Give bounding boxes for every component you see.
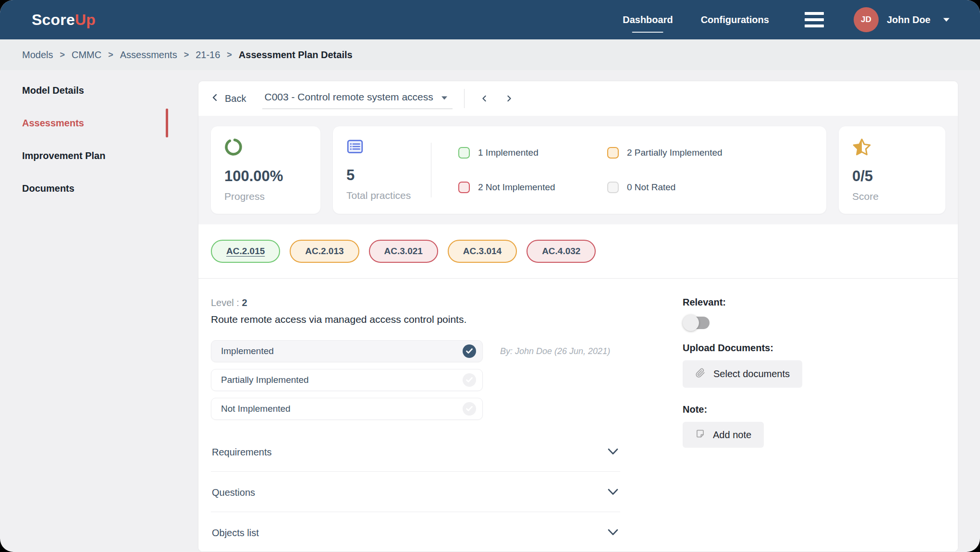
check-icon bbox=[463, 344, 476, 358]
back-label: Back bbox=[225, 93, 246, 104]
status-meta: By: John Doe (26 Jun, 2021) bbox=[500, 346, 610, 356]
dropdown-caret-icon bbox=[441, 91, 448, 103]
relevant-toggle[interactable] bbox=[683, 315, 710, 331]
practice-pagination bbox=[479, 92, 514, 105]
select-documents-label: Select documents bbox=[713, 368, 790, 380]
note-section: Note: Add note bbox=[683, 404, 802, 448]
nav-configurations[interactable]: Configurations bbox=[701, 14, 769, 25]
breadcrumb-current: Assessment Plan Details bbox=[239, 49, 353, 61]
status-option-wrap: Partially Implemented bbox=[211, 369, 649, 391]
prev-chevron-icon[interactable] bbox=[479, 92, 490, 105]
practices-list-icon bbox=[346, 138, 431, 157]
breadcrumb-assessments[interactable]: Assessments bbox=[120, 49, 177, 61]
detail-accordions: Requirements Questions Obj bbox=[211, 447, 620, 552]
app-window: ScoreUp Dashboard Configurations JD John… bbox=[0, 0, 980, 552]
check-icon bbox=[463, 402, 476, 416]
breadcrumb-assessment-id[interactable]: 21-16 bbox=[196, 49, 220, 61]
progress-card: 100.00% Progress bbox=[211, 126, 320, 214]
status-legend: 1 Implemented 2 Partially Implemented 2 … bbox=[431, 138, 813, 202]
accordion-questions[interactable]: Questions bbox=[211, 487, 620, 512]
practice-details-left: Level : 2 Route remote access via manage… bbox=[211, 297, 649, 552]
breadcrumb-separator: > bbox=[108, 50, 113, 60]
star-half-icon bbox=[852, 138, 932, 158]
chevron-down-icon bbox=[608, 489, 618, 497]
user-menu[interactable]: JD John Doe bbox=[854, 7, 950, 32]
level-line: Level : 2 bbox=[211, 297, 649, 308]
accordion-requirements[interactable]: Requirements bbox=[211, 447, 620, 472]
note-label: Note: bbox=[683, 404, 802, 415]
progress-label: Progress bbox=[224, 191, 307, 202]
toggle-knob bbox=[683, 315, 699, 331]
status-options: Implemented By: John Doe (26 Jun, 2021) … bbox=[211, 340, 649, 420]
not-rated-swatch-icon bbox=[607, 182, 619, 193]
chevron-down-icon bbox=[608, 448, 618, 457]
paperclip-icon bbox=[695, 367, 706, 381]
chevron-down-icon bbox=[608, 529, 618, 538]
practice-selector-value: C003 - Control remote system access bbox=[264, 91, 433, 103]
progress-ring-icon bbox=[224, 138, 307, 158]
practice-details: Level : 2 Route remote access via manage… bbox=[198, 279, 958, 552]
score-label: Score bbox=[852, 191, 932, 202]
chip-ac-2-015[interactable]: AC.2.015 bbox=[211, 240, 280, 263]
practice-details-right: Relevant: Upload Documents: Select docum… bbox=[683, 297, 802, 552]
total-practices-value: 5 bbox=[346, 167, 431, 184]
sidebar-item-assessments[interactable]: Assessments bbox=[0, 107, 198, 139]
header-nav: Dashboard Configurations bbox=[623, 14, 769, 25]
sidebar-item-improvement-plan[interactable]: Improvement Plan bbox=[0, 139, 198, 172]
user-caret-icon bbox=[943, 17, 950, 23]
app-logo[interactable]: ScoreUp bbox=[32, 11, 96, 29]
practice-toolbar: Back C003 - Control remote system access bbox=[198, 81, 958, 116]
sidebar: Model Details Assessments Improvement Pl… bbox=[0, 70, 198, 552]
check-icon bbox=[463, 373, 476, 387]
progress-value: 100.00% bbox=[224, 168, 307, 185]
total-practices-label: Total practices bbox=[346, 190, 431, 201]
status-option-not-implemented[interactable]: Not Implemented bbox=[211, 398, 483, 420]
chip-ac-3-021[interactable]: AC.3.021 bbox=[369, 240, 438, 263]
hamburger-icon[interactable] bbox=[803, 10, 826, 29]
practice-selector[interactable]: C003 - Control remote system access bbox=[262, 88, 452, 109]
next-chevron-icon[interactable] bbox=[503, 92, 514, 105]
content-area: Model Details Assessments Improvement Pl… bbox=[0, 70, 980, 552]
score-card: 0/5 Score bbox=[839, 126, 945, 214]
practice-description: Route remote access via managed access c… bbox=[211, 313, 649, 326]
stats-band: 100.00% Progress 5 Total practices bbox=[198, 116, 958, 224]
legend-not-implemented: 2 Not Implemented bbox=[458, 182, 602, 193]
chip-ac-2-013[interactable]: AC.2.013 bbox=[290, 240, 359, 263]
sidebar-item-model-details[interactable]: Model Details bbox=[0, 74, 198, 107]
select-documents-button[interactable]: Select documents bbox=[683, 360, 802, 388]
chip-ac-4-032[interactable]: AC.4.032 bbox=[527, 240, 596, 263]
legend-implemented: 1 Implemented bbox=[458, 147, 602, 159]
note-icon bbox=[695, 429, 705, 441]
level-value: 2 bbox=[242, 297, 247, 308]
status-option-wrap: Implemented By: John Doe (26 Jun, 2021) bbox=[211, 340, 649, 362]
nav-dashboard[interactable]: Dashboard bbox=[623, 14, 673, 25]
total-practices-block: 5 Total practices bbox=[346, 138, 431, 202]
toolbar-divider bbox=[464, 89, 465, 108]
not-implemented-swatch-icon bbox=[458, 182, 470, 193]
sidebar-item-documents[interactable]: Documents bbox=[0, 172, 198, 205]
breadcrumb-separator: > bbox=[184, 50, 189, 60]
back-chevron-icon bbox=[211, 93, 219, 104]
legend-partially-implemented: 2 Partially Implemented bbox=[607, 147, 813, 159]
accordion-objects-list[interactable]: Objects list bbox=[211, 527, 620, 552]
breadcrumb-separator: > bbox=[60, 50, 65, 60]
assessment-plan-card: Back C003 - Control remote system access bbox=[198, 81, 958, 552]
breadcrumb-cmmc[interactable]: CMMC bbox=[72, 49, 101, 61]
status-option-wrap: Not Implemented bbox=[211, 398, 649, 420]
header-right: Dashboard Configurations JD John Doe bbox=[623, 7, 950, 32]
practice-chips-row: AC.2.015 AC.2.013 AC.3.021 AC.3.014 AC.4… bbox=[198, 224, 958, 279]
status-option-implemented[interactable]: Implemented bbox=[211, 340, 483, 362]
status-option-partially-implemented[interactable]: Partially Implemented bbox=[211, 369, 483, 391]
relevant-label: Relevant: bbox=[683, 297, 802, 308]
practices-summary-card: 5 Total practices 1 Implemented 2 Partia… bbox=[333, 126, 826, 214]
logo-primary: Score bbox=[32, 11, 75, 28]
breadcrumb-models[interactable]: Models bbox=[22, 49, 53, 61]
add-note-label: Add note bbox=[713, 429, 751, 441]
legend-not-rated: 0 Not Rated bbox=[607, 182, 813, 193]
add-note-button[interactable]: Add note bbox=[683, 422, 764, 448]
score-value: 0/5 bbox=[852, 168, 932, 185]
breadcrumb-separator: > bbox=[227, 50, 232, 60]
upload-section: Upload Documents: Select documents bbox=[683, 343, 802, 388]
back-button[interactable]: Back bbox=[211, 93, 246, 104]
chip-ac-3-014[interactable]: AC.3.014 bbox=[448, 240, 517, 263]
